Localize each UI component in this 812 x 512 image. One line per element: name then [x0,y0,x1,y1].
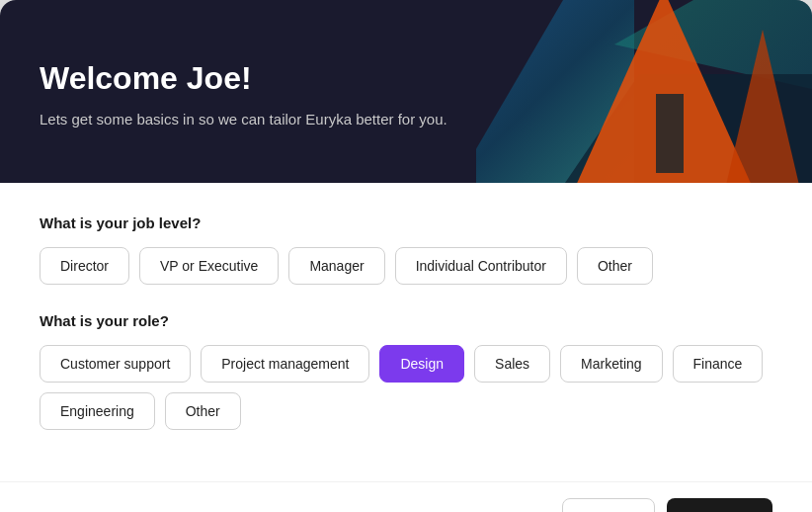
welcome-subtitle: Lets get some basics in so we can tailor… [40,109,514,131]
dark-rect-shape [656,94,684,173]
footer-buttons: Back Submit [562,498,772,512]
role-section: What is your role? Customer support Proj… [40,312,772,458]
welcome-title: Welcome Joe! [40,60,772,97]
chip-other-role[interactable]: Other [165,392,241,430]
chip-customer-support[interactable]: Customer support [40,345,191,383]
chip-project-management[interactable]: Project management [201,345,369,383]
role-label: What is your role? [40,312,772,329]
chip-sales[interactable]: Sales [474,345,550,383]
header-section: Welcome Joe! Lets get some basics in so … [0,0,812,183]
submit-button[interactable]: Submit [667,498,772,512]
footer-section: Step 2/2 Back Submit [0,481,812,512]
role-chip-group: Customer support Project management Desi… [40,345,772,430]
chip-director[interactable]: Director [40,247,129,285]
job-level-label: What is your job level? [40,214,772,231]
job-level-chip-group: Director VP or Executive Manager Individ… [40,247,772,285]
orange-triangle-small [723,30,802,183]
chip-individual-contributor[interactable]: Individual Contributor [395,247,567,285]
chip-vp-executive[interactable]: VP or Executive [139,247,279,285]
job-level-section: What is your job level? Director VP or E… [40,214,772,312]
back-button[interactable]: Back [562,498,655,512]
chip-engineering[interactable]: Engineering [40,392,155,430]
chip-finance[interactable]: Finance [673,345,764,383]
chip-design[interactable]: Design [379,345,464,383]
chip-manager[interactable]: Manager [288,247,384,285]
body-section: What is your job level? Director VP or E… [0,183,812,481]
onboarding-card: Welcome Joe! Lets get some basics in so … [0,0,812,512]
chip-marketing[interactable]: Marketing [560,345,662,383]
chip-other-level[interactable]: Other [577,247,653,285]
